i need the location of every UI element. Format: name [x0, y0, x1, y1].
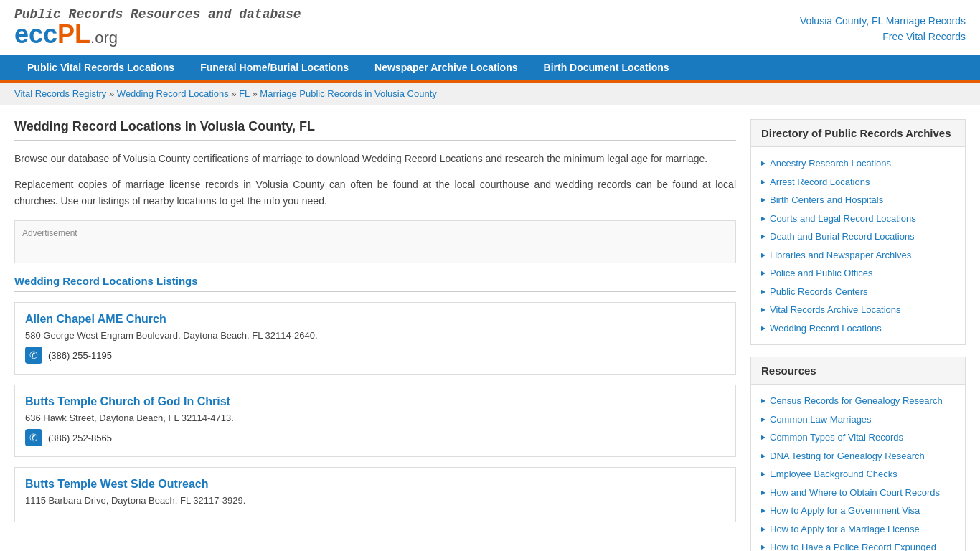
- directory-section: Directory of Public Records Archives Anc…: [750, 119, 966, 345]
- list-item: How to Apply for a Marriage License: [761, 520, 955, 539]
- sidebar-link[interactable]: Ancestry Research Locations: [770, 156, 891, 171]
- breadcrumb-item[interactable]: FL: [239, 88, 250, 99]
- list-item: Wedding Record Locations: [761, 319, 955, 338]
- resources-title: Resources: [751, 357, 965, 385]
- sidebar-link[interactable]: Death and Burial Record Locations: [770, 230, 915, 244]
- logo-ecc: ecc: [14, 19, 57, 49]
- directory-links: Ancestry Research LocationsArrest Record…: [751, 147, 965, 344]
- nav-item[interactable]: Funeral Home/Burial Locations: [187, 55, 362, 80]
- listing-name[interactable]: Butts Temple Church of God In Christ: [25, 395, 725, 408]
- listing-address: 636 Hawk Street, Daytona Beach, FL 32114…: [25, 413, 725, 423]
- resources-links: Census Records for Genealogy ResearchCom…: [751, 385, 965, 551]
- breadcrumb-item[interactable]: Wedding Record Locations: [117, 88, 229, 99]
- page-title: Wedding Record Locations in Volusia Coun…: [14, 119, 736, 141]
- listing-address: 580 George West Engram Boulevard, Dayton…: [25, 330, 725, 341]
- sidebar-link[interactable]: Employee Background Checks: [770, 467, 897, 481]
- listings-header: Wedding Record Locations Listings: [14, 275, 736, 292]
- nav-item[interactable]: Newspaper Archive Locations: [362, 55, 530, 80]
- listing-address: 1115 Barbara Drive, Daytona Beach, FL 32…: [25, 495, 725, 506]
- listing-card: Allen Chapel AME Church580 George West E…: [14, 302, 736, 375]
- sidebar-link[interactable]: DNA Testing for Genealogy Research: [770, 449, 925, 463]
- nav-bar: Public Vital Records LocationsFuneral Ho…: [0, 55, 980, 83]
- sidebar-link[interactable]: How to Apply for a Government Visa: [770, 504, 920, 518]
- sidebar-link[interactable]: How to Apply for a Marriage License: [770, 522, 920, 537]
- list-item: How and Where to Obtain Court Records: [761, 484, 955, 502]
- breadcrumb-item[interactable]: Vital Records Registry: [14, 88, 106, 99]
- list-item: How to Have a Police Record Expunged: [761, 538, 955, 551]
- sidebar-link[interactable]: Wedding Record Locations: [770, 321, 882, 336]
- list-item: Ancestry Research Locations: [761, 154, 955, 173]
- listing-phone: ✆(386) 252-8565: [25, 429, 725, 446]
- top-links: Volusia County, FL Marriage RecordsFree …: [330, 7, 966, 45]
- sidebar-link[interactable]: Courts and Legal Record Locations: [770, 212, 916, 226]
- listing-card: Butts Temple Church of God In Christ636 …: [14, 385, 736, 457]
- logo-pl: PL: [57, 19, 90, 49]
- listing-name[interactable]: Butts Temple West Side Outreach: [25, 478, 725, 491]
- main-layout: Wedding Record Locations in Volusia Coun…: [0, 105, 980, 551]
- list-item: Death and Burial Record Locations: [761, 227, 955, 246]
- sidebar-link[interactable]: Common Types of Vital Records: [770, 430, 903, 445]
- list-item: DNA Testing for Genealogy Research: [761, 447, 955, 466]
- phone-number: (386) 252-8565: [48, 433, 112, 443]
- sidebar-link[interactable]: How and Where to Obtain Court Records: [770, 486, 940, 500]
- list-item: Census Records for Genealogy Research: [761, 392, 955, 410]
- intro-paragraph: Replacement copies of marriage license r…: [14, 176, 736, 209]
- logo-org: .org: [90, 29, 118, 47]
- listing-card: Butts Temple West Side Outreach1115 Barb…: [14, 467, 736, 522]
- list-item: How to Apply for a Government Visa: [761, 501, 955, 520]
- phone-icon: ✆: [25, 429, 42, 446]
- resources-section: Resources Census Records for Genealogy R…: [750, 357, 966, 551]
- phone-number: (386) 255-1195: [48, 350, 112, 361]
- sidebar-link[interactable]: Census Records for Genealogy Research: [770, 394, 943, 408]
- list-item: Arrest Record Locations: [761, 173, 955, 192]
- top-link[interactable]: Volusia County, FL Marriage Records: [330, 13, 966, 29]
- nav-item[interactable]: Birth Document Locations: [531, 55, 682, 80]
- list-item: Birth Centers and Hospitals: [761, 191, 955, 209]
- breadcrumb-separator: »: [229, 88, 239, 99]
- main-content: Wedding Record Locations in Volusia Coun…: [14, 119, 736, 551]
- list-item: Police and Public Offices: [761, 264, 955, 283]
- sidebar-link[interactable]: How to Have a Police Record Expunged: [770, 540, 936, 551]
- advertisement-box: Advertisement: [14, 220, 736, 263]
- sidebar-link[interactable]: Libraries and Newspaper Archives: [770, 248, 911, 263]
- list-item: Public Records Centers: [761, 283, 955, 301]
- nav-item[interactable]: Public Vital Records Locations: [14, 55, 187, 80]
- list-item: Courts and Legal Record Locations: [761, 209, 955, 228]
- list-item: Employee Background Checks: [761, 465, 955, 484]
- intro-paragraphs: Browse our database of Volusia County ce…: [14, 151, 736, 209]
- sidebar-link[interactable]: Vital Records Archive Locations: [770, 303, 901, 317]
- listing-phone: ✆(386) 255-1195: [25, 347, 725, 364]
- sidebar-link[interactable]: Birth Centers and Hospitals: [770, 193, 883, 207]
- list-item: Common Law Marriages: [761, 410, 955, 429]
- directory-title: Directory of Public Records Archives: [751, 120, 965, 147]
- list-item: Vital Records Archive Locations: [761, 301, 955, 319]
- phone-icon: ✆: [25, 347, 42, 364]
- breadcrumb: Vital Records Registry » Wedding Record …: [0, 83, 980, 105]
- sidebar-link[interactable]: Public Records Centers: [770, 285, 868, 299]
- listing-name[interactable]: Allen Chapel AME Church: [25, 313, 725, 326]
- sidebar: Directory of Public Records Archives Anc…: [750, 119, 966, 551]
- breadcrumb-separator: »: [250, 88, 260, 99]
- advertisement-label: Advertisement: [22, 228, 728, 238]
- sidebar-link[interactable]: Common Law Marriages: [770, 413, 872, 427]
- logo-text: eccPL.org: [14, 22, 301, 47]
- logo-area: Public Records Resources and database ec…: [14, 7, 301, 47]
- breadcrumb-item[interactable]: Marriage Public Records in Volusia Count…: [260, 88, 436, 99]
- list-item: Libraries and Newspaper Archives: [761, 246, 955, 265]
- intro-paragraph: Browse our database of Volusia County ce…: [14, 151, 736, 166]
- listings-container: Allen Chapel AME Church580 George West E…: [14, 302, 736, 522]
- top-link[interactable]: Free Vital Records: [330, 29, 966, 44]
- list-item: Common Types of Vital Records: [761, 428, 955, 447]
- sidebar-link[interactable]: Arrest Record Locations: [770, 175, 870, 189]
- breadcrumb-separator: »: [106, 88, 116, 99]
- sidebar-link[interactable]: Police and Public Offices: [770, 266, 873, 281]
- top-header: Public Records Resources and database ec…: [0, 0, 980, 55]
